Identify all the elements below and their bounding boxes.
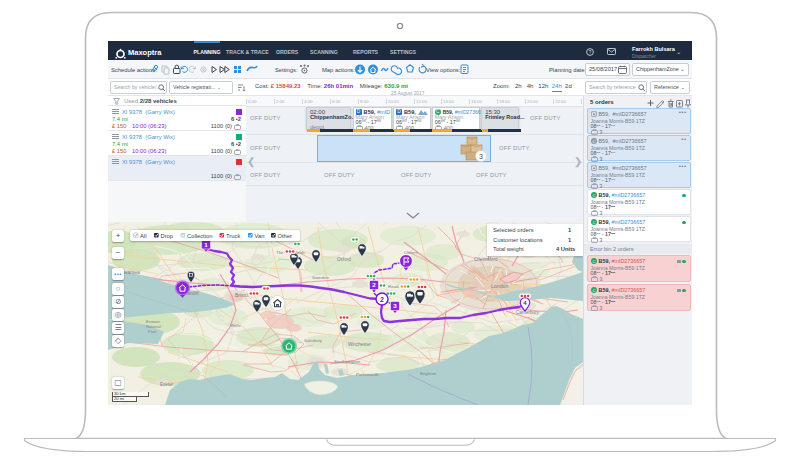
svg-text:C: C — [592, 220, 595, 225]
svg-text:London: London — [491, 283, 508, 289]
svg-text:2: 2 — [380, 296, 384, 303]
svg-text:C: C — [592, 288, 595, 293]
svg-text:Wells: Wells — [230, 323, 241, 328]
svg-text:C: C — [592, 193, 595, 198]
svg-text:Portsmouth: Portsmouth — [356, 372, 379, 377]
svg-text:Chelmsford: Chelmsford — [474, 257, 498, 262]
svg-text:C: C — [592, 259, 595, 264]
svg-text:All: All — [140, 232, 146, 238]
svg-text:Brighton: Brighton — [420, 371, 437, 376]
svg-text:Drop: Drop — [160, 232, 173, 238]
svg-text:1: 1 — [204, 241, 208, 248]
svg-text:C: C — [592, 139, 595, 144]
svg-text:Park: Park — [148, 329, 156, 334]
svg-text:3: 3 — [393, 302, 397, 309]
svg-text:2: 2 — [372, 281, 376, 288]
svg-text:Bristol: Bristol — [235, 292, 249, 298]
svg-text:Southampton: Southampton — [334, 359, 361, 364]
svg-text:Van: Van — [254, 232, 264, 238]
svg-text:Other: Other — [277, 232, 292, 238]
svg-text:?: ? — [589, 48, 592, 54]
svg-text:Winchester: Winchester — [348, 342, 371, 347]
svg-text:Collection: Collection — [187, 232, 212, 238]
svg-text:Truck: Truck — [226, 232, 240, 238]
svg-text:Exeter: Exeter — [160, 382, 174, 387]
svg-text:Canterbury: Canterbury — [516, 310, 539, 315]
svg-text:3: 3 — [479, 153, 483, 160]
svg-text:Swindon: Swindon — [312, 275, 329, 280]
svg-text:Salisbury: Salisbury — [304, 338, 323, 343]
svg-text:Oxford: Oxford — [337, 257, 351, 262]
